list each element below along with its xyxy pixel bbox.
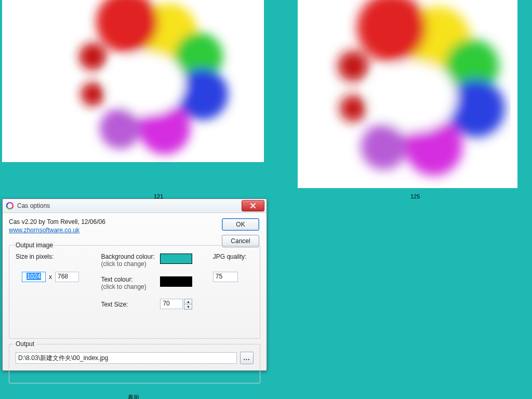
groupbox-output: Output D:\8.03\新建文件夹\00_index.jpg ...: [9, 344, 260, 383]
thumbnail-label-bottom: 界面: [128, 394, 139, 399]
text-size-value: 70: [163, 300, 169, 307]
svg-point-6: [81, 82, 104, 106]
close-icon: [250, 203, 256, 208]
width-value: 1024: [26, 273, 42, 280]
ok-button[interactable]: OK: [222, 218, 259, 231]
text-size-input[interactable]: 70: [160, 299, 183, 309]
color-ring-icon: [54, 0, 241, 166]
text-colour-hint: (click to change): [101, 283, 155, 290]
website-link[interactable]: www.zhornsoftware.co.uk: [9, 227, 79, 234]
thumbnail-panel-121: [2, 0, 264, 162]
x-label: x: [49, 273, 52, 281]
output-path-input[interactable]: D:\8.03\新建文件夹\00_index.jpg: [16, 352, 237, 364]
browse-button[interactable]: ...: [240, 352, 254, 364]
bg-colour-swatch[interactable]: [160, 254, 192, 264]
svg-point-15: [340, 95, 367, 122]
thumbnail-panel-125: [298, 0, 517, 188]
text-colour-label: Text colour:: [101, 276, 155, 283]
jpg-quality-value: 75: [216, 273, 222, 280]
browse-label: ...: [243, 354, 250, 362]
svg-point-8: [110, 53, 185, 115]
output-path-value: D:\8.03\新建文件夹\00_index.jpg: [18, 354, 108, 363]
groupbox-output-image: Output image Size in pixels: 532 x 399: [9, 245, 260, 339]
groupbox-output-legend: Output: [14, 340, 36, 348]
svg-point-7: [79, 43, 107, 70]
svg-point-14: [361, 124, 407, 170]
cas-options-dialog: Cas options Cas v2.20 by Tom Revell, 12/…: [2, 198, 267, 371]
svg-point-5: [100, 108, 141, 149]
svg-point-16: [338, 51, 368, 82]
groupbox-output-image-legend: Output image: [14, 242, 55, 249]
height-value: 768: [58, 273, 68, 280]
bg-colour-label: Background colour:: [101, 253, 154, 260]
size-label: Size in pixels:: [16, 253, 101, 260]
close-button[interactable]: [242, 200, 264, 211]
color-ring-icon: [318, 0, 511, 189]
text-colour-swatch[interactable]: [160, 276, 192, 287]
jpg-quality-label: JPG quality:: [213, 253, 254, 260]
spin-down-button[interactable]: ▼: [184, 304, 192, 310]
width-input[interactable]: 1024: [22, 272, 46, 282]
dialog-title: Cas options: [17, 202, 50, 209]
app-icon: [6, 202, 14, 210]
bg-colour-hint: (click to change): [101, 260, 154, 268]
thumbnail-label-125: 125: [410, 193, 420, 200]
titlebar[interactable]: Cas options: [3, 199, 267, 213]
text-size-label: Text Size:: [101, 301, 155, 308]
spin-up-button[interactable]: ▲: [184, 299, 192, 304]
text-size-spinner[interactable]: 70 ▲ ▼: [160, 299, 192, 310]
height-input[interactable]: 768: [55, 272, 79, 282]
svg-point-17: [373, 62, 457, 131]
jpg-quality-input[interactable]: 75: [213, 272, 238, 282]
